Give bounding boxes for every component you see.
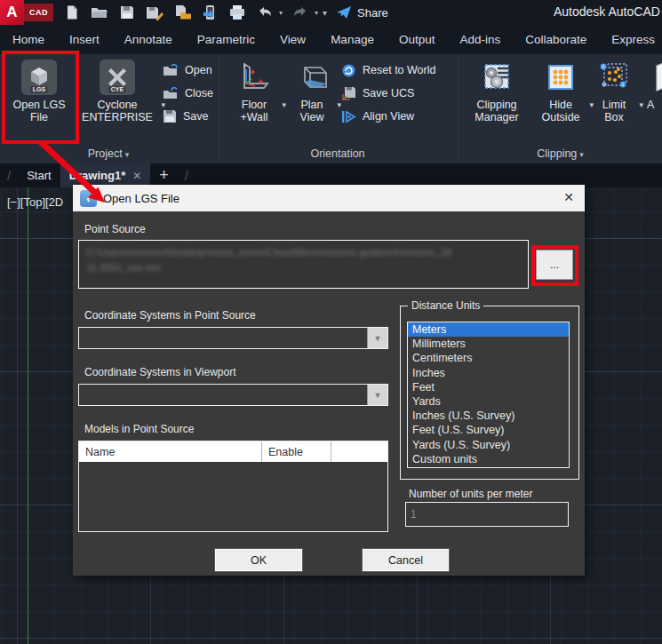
path-line-2: 11.202x_xxx.xxx <box>86 260 521 275</box>
save-ucs-button[interactable]: Save UCS <box>341 84 435 102</box>
cancel-button[interactable]: Cancel <box>363 549 449 571</box>
tab-insert[interactable]: Insert <box>57 33 112 46</box>
project-close-button[interactable]: Close <box>163 84 213 102</box>
tab-home[interactable]: Home <box>0 33 57 46</box>
distance-units-label: Distance Units <box>408 299 483 312</box>
point-source-label: Point Source <box>84 223 146 235</box>
tab-express[interactable]: Express <box>599 33 662 46</box>
file-tab-bar: / Start Drawing1* ✕ + / <box>0 163 662 187</box>
save-ucs-icon <box>341 86 356 101</box>
tab-divider: / <box>0 168 18 183</box>
svg-text:z: z <box>243 63 246 68</box>
share-label: Share <box>357 6 388 20</box>
units-per-meter-input[interactable] <box>405 502 569 527</box>
unit-option-feet[interactable]: Feet <box>408 380 569 394</box>
clipping-manager-icon <box>479 60 514 95</box>
reset-to-world-button[interactable]: Reset to World <box>341 61 435 79</box>
align-view-button[interactable]: Align View <box>341 107 435 125</box>
unit-option-meters[interactable]: Meters <box>408 322 569 337</box>
save-as-icon[interactable] <box>145 3 164 22</box>
new-file-icon[interactable] <box>62 3 82 22</box>
ok-button[interactable]: OK <box>215 549 302 571</box>
tab-drawing1-label: Drawing1* <box>69 169 126 182</box>
unit-option-millimeters[interactable]: Millimeters <box>408 337 569 351</box>
column-header-name[interactable]: Name <box>79 441 262 462</box>
save-to-web-icon[interactable] <box>200 3 219 22</box>
combo-arrow-icon[interactable]: ▼ <box>367 328 387 348</box>
unit-option-yards[interactable]: Yards <box>408 394 569 409</box>
coord-point-source-select[interactable]: ▼ <box>78 327 388 349</box>
unit-option-feet-us[interactable]: Feet (U.S. Survey) <box>408 423 569 437</box>
panel-label-clipping[interactable]: Clipping▾ <box>459 147 662 160</box>
open-file-icon[interactable] <box>90 3 109 22</box>
distance-units-list[interactable]: Meters Millimeters Centimeters Inches Fe… <box>407 322 570 468</box>
unit-option-inches-us[interactable]: Inches (U.S. Survey) <box>408 409 569 423</box>
project-save-label: Save <box>183 110 209 123</box>
hide-outside-label: Hide Outside <box>535 99 586 123</box>
dialog-title-bar[interactable]: ‹ Open LGS File ✕ <box>73 185 585 211</box>
tab-parametric[interactable]: Parametric <box>185 33 267 46</box>
align-view-label: Align View <box>363 110 414 123</box>
panel-label-orientation[interactable]: Orientation <box>219 147 457 160</box>
hide-outside-icon <box>543 60 578 95</box>
cyclone-enterprise-button[interactable]: CYE Cyclone ENTERPRISE ▾ <box>76 60 158 123</box>
plot-icon[interactable] <box>227 3 247 22</box>
coord-viewport-select[interactable]: ▼ <box>78 384 388 406</box>
cyclone-enterprise-label: Cyclone ENTERPRISE <box>76 99 158 123</box>
tab-collaborate[interactable]: Collaborate <box>513 33 599 46</box>
open-from-web-icon[interactable] <box>172 3 192 22</box>
hide-outside-button[interactable]: Hide Outside ▾ <box>535 60 586 123</box>
unit-option-centimeters[interactable]: Centimeters <box>408 351 569 365</box>
limit-box-dropdown-icon[interactable]: ▾ <box>639 100 643 109</box>
viewport-controls[interactable]: [−][Top][2D <box>7 195 63 209</box>
tab-drawing1[interactable]: Drawing1* ✕ <box>60 163 151 187</box>
save-icon[interactable] <box>117 3 137 22</box>
tab-view[interactable]: View <box>267 33 318 46</box>
new-drawing-button[interactable]: + <box>150 166 178 185</box>
cye-icon: CYE <box>100 60 135 95</box>
redo-icon[interactable] <box>291 3 310 22</box>
tab-close-icon[interactable]: ✕ <box>132 170 141 182</box>
project-save-button[interactable]: Save <box>163 107 213 125</box>
clipping-manager-button[interactable]: Clipping Manager <box>466 60 528 123</box>
reset-to-world-icon <box>341 63 356 78</box>
qat-customize-icon[interactable]: ▾ <box>323 8 327 18</box>
plan-view-button[interactable]: Plan View ▾ <box>290 60 334 123</box>
share-button[interactable]: Share <box>336 5 388 20</box>
project-panel-caret-icon: ▾ <box>125 150 130 159</box>
share-plane-icon <box>336 5 352 20</box>
combo-arrow-icon[interactable]: ▼ <box>367 385 387 405</box>
project-close-label: Close <box>185 87 213 99</box>
dialog-close-icon[interactable]: ✕ <box>563 190 574 204</box>
models-table[interactable]: Name Enable <box>78 441 388 532</box>
undo-dropdown-icon[interactable]: ▾ <box>279 9 283 17</box>
floor-wall-button[interactable]: z Floor +Wall ▾ <box>229 60 279 123</box>
undo-icon[interactable] <box>255 3 275 22</box>
redo-dropdown-icon[interactable]: ▾ <box>315 9 318 17</box>
distance-units-group: Distance Units Meters Millimeters Centim… <box>400 306 579 480</box>
reset-to-world-label: Reset to World <box>363 64 435 76</box>
column-header-enable[interactable]: Enable <box>262 441 331 462</box>
units-per-meter-label: Number of units per meter <box>409 488 532 500</box>
point-source-path-field[interactable]: C:\Users\xxxxxxx\Desktop\xxxxx_xxxxx\Clo… <box>78 240 529 289</box>
project-open-button[interactable]: Open <box>163 61 213 79</box>
models-table-header: Name Enable <box>79 441 387 462</box>
limit-box-button[interactable]: 3 1 Limit Box ▾ <box>592 60 636 123</box>
tab-manage[interactable]: Manage <box>318 33 387 46</box>
path-line-1: C:\Users\xxxxxxx\Desktop\xxxxx_xxxxx\Clo… <box>86 245 521 260</box>
tab-add-ins[interactable]: Add-ins <box>447 33 513 46</box>
unit-option-custom[interactable]: Custom units <box>408 452 569 466</box>
tab-annotate[interactable]: Annotate <box>112 33 185 46</box>
unit-option-inches[interactable]: Inches <box>408 366 569 380</box>
tab-start[interactable]: Start <box>18 163 60 187</box>
models-label: Models in Point Source <box>84 423 194 435</box>
autocad-logo-icon[interactable]: A CAD <box>0 0 53 25</box>
annotation-box-browse <box>531 245 578 286</box>
tab-output[interactable]: Output <box>387 33 448 46</box>
panel-label-project[interactable]: Project▾ <box>0 147 217 160</box>
project-open-label: Open <box>185 64 212 76</box>
unit-option-yards-us[interactable]: Yards (U.S. Survey) <box>408 438 569 452</box>
limit-box-label: Limit Box <box>592 99 636 123</box>
floor-wall-dropdown-icon[interactable]: ▾ <box>282 100 286 109</box>
clipping-partial-button[interactable]: A <box>647 60 662 111</box>
